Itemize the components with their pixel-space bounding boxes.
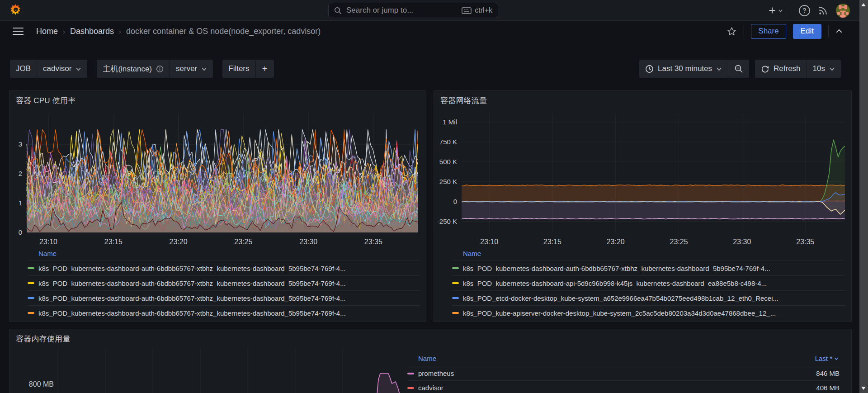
svg-text:0: 0 — [453, 198, 457, 205]
legend-name-header[interactable]: Name — [38, 249, 57, 260]
time-range-picker[interactable]: Last 30 minutes — [639, 60, 728, 78]
series-color-marker — [452, 282, 459, 284]
legend-item[interactable]: k8s_POD_kubernetes-dashboard-auth-6bdbb6… — [28, 290, 420, 305]
legend-item[interactable]: k8s_POD_etcd-docker-desktop_kube-system_… — [452, 290, 846, 305]
menu-toggle-icon[interactable] — [13, 28, 24, 35]
svg-text:3: 3 — [19, 140, 22, 148]
breadcrumb-separator: › — [63, 28, 65, 35]
panel-title[interactable]: 容器 CPU 使用率 — [16, 95, 75, 106]
variable-instance-value[interactable]: server — [170, 60, 213, 78]
star-icon[interactable] — [726, 26, 737, 37]
chevron-down-icon — [201, 66, 207, 72]
series-name: k8s_POD_kubernetes-dashboard-auth-6bdbb6… — [38, 294, 346, 302]
svg-text:23:15: 23:15 — [104, 238, 123, 246]
legend-item[interactable]: cadvisor 406 MB — [407, 380, 840, 393]
variable-instance: 主机(instance) server — [97, 60, 213, 78]
network-legend: Name k8s_POD_kubernetes-dashboard-auth-6… — [452, 249, 846, 320]
series-color-marker — [28, 267, 34, 269]
grafana-logo-icon[interactable] — [8, 3, 23, 18]
panel-cpu-usage: 容器 CPU 使用率 012323:1023:1523:2023:2523:30… — [9, 90, 426, 322]
dashboard-actions: Share Edit — [726, 24, 843, 39]
network-chart[interactable]: 1 Mil750 K500 K250 K0-250 K23:1023:1523:… — [439, 107, 848, 248]
grafana-app: Search or jump to... ctrl+k — [0, 0, 868, 393]
legend-item[interactable]: k8s_POD_kubernetes-dashboard-api-5d9c96b… — [452, 275, 846, 290]
series-name: k8s_POD_kubernetes-dashboard-api-5d9c96b… — [463, 279, 767, 287]
refresh-interval-select[interactable]: 10s — [807, 60, 841, 78]
refresh-button[interactable]: Refresh — [755, 60, 807, 78]
svg-text:23:25: 23:25 — [234, 238, 252, 246]
memory-legend: Name Last * prometheus 846 MB cadvisor 4… — [407, 355, 840, 393]
nav-divider — [791, 5, 791, 16]
series-color-marker — [407, 387, 414, 389]
series-name: k8s_POD_kubernetes-dashboard-auth-6bdbb6… — [38, 265, 346, 272]
svg-text:500 K: 500 K — [439, 158, 457, 166]
svg-text:23:20: 23:20 — [170, 238, 188, 246]
share-button[interactable]: Share — [751, 24, 786, 39]
create-button[interactable] — [768, 6, 783, 14]
cpu-legend: Name k8s_POD_kubernetes-dashboard-auth-6… — [28, 249, 420, 320]
svg-text:23:35: 23:35 — [364, 238, 382, 246]
svg-text:1: 1 — [19, 199, 22, 207]
avatar[interactable] — [836, 4, 850, 18]
svg-text:800 MB: 800 MB — [29, 380, 54, 388]
series-color-marker — [452, 267, 459, 269]
legend-item[interactable]: k8s_POD_kubernetes-dashboard-auth-6bdbb6… — [28, 260, 420, 275]
collapse-chevron-up-icon[interactable] — [835, 28, 843, 35]
refresh-icon — [761, 65, 769, 73]
svg-text:23:35: 23:35 — [796, 238, 814, 246]
cpu-chart[interactable]: 012323:1023:1523:2023:2523:3023:35 — [14, 107, 423, 248]
legend-name-header[interactable]: Name — [418, 355, 436, 362]
panel-title[interactable]: 容器网络流量 — [440, 95, 487, 106]
time-controls: Last 30 minutes — [639, 60, 841, 78]
variable-job-value[interactable]: cadvisor — [37, 60, 87, 78]
series-last-value: 846 MB — [816, 369, 840, 377]
breadcrumb-dashboards[interactable]: Dashboards — [70, 27, 114, 36]
svg-text:0: 0 — [19, 228, 22, 236]
legend-name-header[interactable]: Name — [463, 249, 481, 260]
legend-item[interactable]: k8s_POD_kubernetes-dashboard-auth-6bdbb6… — [28, 275, 420, 290]
zoom-out-icon — [734, 64, 743, 73]
svg-text:23:10: 23:10 — [480, 238, 498, 246]
edit-button[interactable]: Edit — [793, 24, 821, 39]
scrollbar-up-arrow[interactable] — [861, 3, 866, 6]
chevron-down-icon — [834, 356, 839, 361]
legend-item[interactable]: k8s_POD_kubernetes-dashboard-auth-6bdbb6… — [28, 305, 420, 320]
legend-item[interactable]: k8s_POD_kubernetes-dashboard-auth-6bdbb6… — [452, 260, 846, 275]
series-name: cadvisor — [418, 384, 443, 392]
panel-title[interactable]: 容器内存使用量 — [16, 334, 70, 344]
scrollbar-down-arrow[interactable] — [861, 387, 866, 390]
legend-item[interactable]: prometheus 846 MB — [407, 366, 840, 380]
top-nav-actions: ? — [768, 0, 850, 21]
variable-job-label: JOB — [10, 60, 37, 78]
help-icon[interactable]: ? — [799, 5, 810, 16]
chevron-down-icon — [716, 66, 722, 72]
info-icon — [156, 65, 164, 73]
refresh-group: Refresh 10s — [755, 60, 841, 78]
breadcrumb-current: docker container & OS node(node_exporter… — [126, 27, 321, 36]
news-icon[interactable] — [818, 5, 828, 16]
series-color-marker — [407, 373, 414, 374]
zoom-out-button[interactable] — [728, 60, 749, 78]
clock-icon — [645, 65, 654, 73]
add-filter-button[interactable]: + — [255, 60, 274, 78]
chevron-down-icon — [778, 8, 783, 13]
legend-last-header[interactable]: Last * — [815, 355, 839, 362]
filters-group: Filters + — [222, 60, 274, 78]
filters-label: Filters — [222, 60, 255, 78]
svg-text:23:15: 23:15 — [543, 238, 561, 246]
breadcrumb-row: Home › Dashboards › docker container & O… — [0, 21, 859, 41]
variable-instance-label: 主机(instance) — [97, 60, 170, 78]
svg-text:23:30: 23:30 — [733, 238, 751, 246]
memory-chart[interactable]: 800 MB — [14, 346, 406, 393]
search-input[interactable]: Search or jump to... ctrl+k — [328, 3, 498, 18]
series-name: k8s_POD_etcd-docker-desktop_kube-system_… — [463, 294, 778, 302]
page-scrollbar[interactable] — [859, 0, 868, 393]
svg-text:750 K: 750 K — [439, 138, 457, 146]
series-name: k8s_POD_kubernetes-dashboard-auth-6bdbb6… — [38, 279, 346, 287]
legend-item[interactable]: k8s_POD_kube-apiserver-docker-desktop_ku… — [452, 305, 846, 320]
keyboard-icon — [462, 7, 472, 14]
breadcrumb-home[interactable]: Home — [36, 27, 58, 36]
svg-text:23:10: 23:10 — [39, 238, 57, 246]
plus-icon — [768, 6, 776, 14]
svg-text:23:25: 23:25 — [670, 238, 688, 246]
